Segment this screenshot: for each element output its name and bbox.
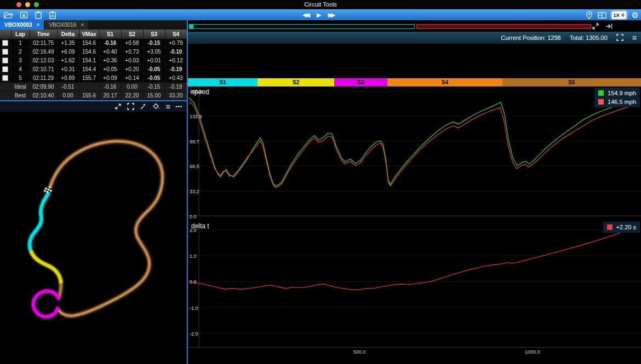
paint-bucket-icon[interactable] [152, 103, 160, 110]
lap-row[interactable]: 102:11.75+1.35154.6-0.16+0.58-0.15+0.79 [0, 39, 187, 48]
tab-label: VBOX0003 [4, 22, 32, 28]
settings-gear-icon[interactable]: ⚙ [632, 10, 639, 20]
lap-delta: 0.00 [57, 91, 79, 100]
more-options-icon[interactable]: ••• [176, 104, 182, 109]
timeline-segment-b[interactable] [416, 24, 591, 29]
open-file-icon[interactable] [4, 11, 13, 19]
speed-chart-plot[interactable] [188, 86, 641, 216]
tab-vbox0003[interactable]: VBOX0003 × [0, 20, 44, 30]
close-file-icon[interactable] [20, 11, 28, 19]
timeline-segment-a[interactable] [189, 24, 415, 29]
stepper-arrows-icon[interactable] [621, 13, 625, 17]
lap-sector-s3: -0.15 [143, 39, 165, 48]
lap-number: 5 [11, 74, 30, 83]
timeline-row [188, 20, 641, 32]
lap-sector-s4: +0.12 [165, 56, 187, 65]
y-tick-label: 33.2 [190, 189, 199, 194]
lap-number: 4 [11, 65, 30, 74]
lap-checkbox[interactable] [2, 66, 8, 72]
lap-row[interactable]: 502:11.29+0.89155.7+0.09+0.14-0.05+0.43 [0, 74, 187, 83]
graph-menu-icon[interactable]: ≡ [632, 34, 637, 42]
lap-sector-s3: +0.01 [143, 56, 165, 65]
clipboard-report-icon[interactable] [49, 11, 56, 19]
legend-entry: +2.20 s [607, 224, 636, 230]
graph-header: Current Position: 1298 Total: 1305.00 ≡ [188, 32, 641, 44]
y-tick-label: -2.0 [190, 331, 198, 337]
lap-delta: +0.31 [57, 65, 79, 74]
y-tick-label: 1.0 [190, 253, 197, 259]
clipboard-icon[interactable] [35, 11, 42, 19]
summary-row[interactable]: Best02:10.400.00155.620.1722.2015.0033.2… [0, 91, 187, 100]
graph-panel: Current Position: 1298 Total: 1305.00 ≡ … [188, 20, 641, 364]
speed-lap-green-trace [189, 98, 632, 186]
distance-axis: 500.01000.0 [188, 348, 641, 364]
menu-icon[interactable]: ≡ [165, 103, 170, 111]
video-layout-icon[interactable] [598, 11, 606, 19]
lap-vmax: 154.1 [79, 56, 99, 65]
session-tabbar: VBOX0003 × VBOX0016 × [0, 20, 187, 30]
col-delta: Delta [57, 30, 79, 39]
expand-diagonal-icon[interactable] [592, 22, 599, 32]
pin-dart-icon[interactable] [140, 103, 147, 110]
lap-sector-s1: +0.40 [99, 48, 121, 56]
tab-vbox0016[interactable]: VBOX0016 × [44, 20, 88, 30]
lap-row[interactable]: 402:10.71+0.31154.4+0.05+0.20-0.05-0.19 [0, 65, 187, 74]
track-map-plot[interactable] [0, 112, 187, 364]
col-lap: Lap [11, 30, 30, 39]
sector-segment-s2: S2 [257, 78, 334, 86]
track-map[interactable] [0, 112, 187, 364]
lap-sector-s2: +0.03 [121, 56, 143, 65]
fast-forward-button[interactable]: ▶▶ [328, 10, 335, 20]
play-button[interactable]: ▶ [317, 10, 321, 20]
lap-delta: +1.62 [57, 56, 79, 65]
sector-bar: S1S2S3S4S5 [188, 78, 641, 86]
y-tick-label: 132.9 [190, 114, 202, 119]
lap-sector-s3: -0.05 [143, 74, 165, 83]
playback-speed-value: 1X [614, 13, 620, 18]
sector-segment-s4: S4 [387, 78, 502, 86]
close-tab-icon[interactable]: × [81, 22, 84, 28]
tab-label: VBOX0016 [49, 22, 76, 28]
track-section-brown-highlight [48, 141, 163, 316]
delta-chart: delta t +2.20 s 2.01.00.0-1.0-2.0 [188, 221, 641, 348]
lap-vmax: 154.6 [79, 48, 99, 56]
lap-vmax: 155.6 [79, 91, 99, 100]
summary-row[interactable]: Ideal02:09.90-0.51-0.160.00-0.15-0.19 [0, 83, 187, 91]
sector-segment-s1: S1 [188, 78, 257, 86]
lap-checkbox[interactable] [2, 75, 8, 81]
delta-t-trace [189, 225, 635, 290]
lap-checkbox[interactable] [2, 57, 8, 63]
lap-vmax [79, 83, 99, 91]
lap-row[interactable]: 302:12.03+1.62154.1+0.36+0.03+0.01+0.12 [0, 56, 187, 65]
lap-time: 02:10.40 [30, 91, 57, 100]
x-tick-label: 500.0 [353, 349, 366, 355]
lap-checkbox-cell [0, 39, 11, 48]
fullscreen-icon[interactable] [127, 103, 134, 110]
expand-diagonal-icon[interactable] [115, 103, 122, 110]
lap-checkbox-cell [0, 65, 11, 74]
lap-sector-s1: 20.17 [99, 91, 121, 100]
close-tab-icon[interactable]: × [37, 22, 40, 28]
lap-time: 02:16.49 [30, 48, 57, 56]
delta-chart-plot[interactable] [188, 221, 641, 348]
lap-sector-s3: 15.00 [143, 91, 165, 100]
lap-sector-s4: +0.79 [165, 39, 187, 48]
lap-checkbox-cell [0, 91, 11, 100]
main-toolbar: ◀◀ ▶ ▶▶ 1X ⚙ [0, 9, 641, 21]
fullscreen-icon[interactable] [616, 34, 623, 42]
legend-label: 146.5 mph [608, 99, 636, 105]
lap-number: 2 [11, 48, 30, 56]
legend-entry: 154.9 mph [598, 90, 636, 96]
playback-speed-stepper[interactable]: 1X [611, 11, 627, 19]
map-pin-icon[interactable] [586, 11, 593, 20]
arrow-to-bar-icon[interactable] [605, 22, 613, 32]
lap-sector-s2: 0.00 [121, 83, 143, 91]
lap-checkbox[interactable] [2, 40, 8, 46]
lap-checkbox-cell [0, 83, 11, 91]
lap-checkbox[interactable] [2, 49, 8, 55]
y-tick-label: 0.0 [190, 279, 197, 285]
rewind-button[interactable]: ◀◀ [302, 10, 310, 20]
lap-row[interactable]: 202:16.49+6.09154.6+0.40+0.73+3.05-0.10 [0, 48, 187, 56]
lap-sector-s2: +0.20 [121, 65, 143, 74]
lap-sector-s4: 33.20 [165, 91, 187, 100]
